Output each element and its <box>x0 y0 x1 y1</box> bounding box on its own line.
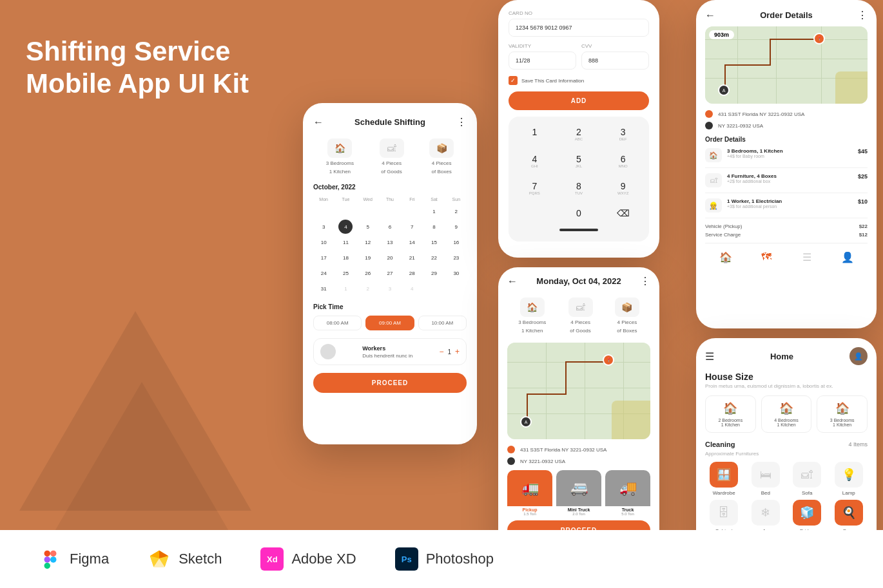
photoshop-label: Photoshop <box>426 551 494 567</box>
cleaning-count: 4 Items <box>848 441 868 448</box>
cvv-label: CVV <box>581 43 649 49</box>
validity-label: VALIDITY <box>509 43 576 49</box>
nav-list-icon[interactable]: ☰ <box>800 250 814 264</box>
tool-sketch: Sketch <box>148 547 222 571</box>
order-detail-section-title: Order Details <box>705 136 868 143</box>
pickup-address: 431 S3ST Florida NY 3221-0932 USA <box>507 446 650 453</box>
order-bedrooms: 🏠 3 Bedrooms 1 Kitchen <box>518 298 546 334</box>
hamburger-menu-icon[interactable]: ☰ <box>705 350 714 363</box>
time-1000[interactable]: 10:00 AM <box>418 316 467 330</box>
house-size-options: 🏠 2 Bedrooms 1 Kitchen 🏠 4 Bedrooms 1 Ki… <box>705 395 868 433</box>
more-options-icon[interactable]: ⋮ <box>456 116 467 128</box>
ps-icon: Ps <box>395 547 418 571</box>
addr-list-4: 431 S3ST Florida NY 3221-0932 USA NY 322… <box>705 110 868 129</box>
num-7[interactable]: 7PQRS <box>514 176 556 200</box>
pickup-addr-4: 431 S3ST Florida NY 3221-0932 USA <box>705 110 868 118</box>
num-delete[interactable]: ⌫ <box>602 203 644 223</box>
bottom-nav-4: 🏠 🗺 ☰ 👤 <box>705 243 868 264</box>
card-no-field[interactable]: 1234 5678 9012 0967 <box>509 19 649 37</box>
decrease-worker-btn[interactable]: − <box>439 347 443 356</box>
save-card-label: Save This Card Information <box>521 78 584 84</box>
num-6[interactable]: 6MNO <box>602 149 644 173</box>
service-charge-row: Service Charge $12 <box>705 232 868 238</box>
oven-icon: 🍳 <box>835 500 863 526</box>
dropoff-dot <box>507 457 515 465</box>
num-0[interactable]: 0 <box>558 203 600 223</box>
sketch-label: Sketch <box>179 551 222 567</box>
time-0800[interactable]: 08:00 AM <box>313 316 362 330</box>
order-boxes: 📦 4 Pieces of Boxes <box>615 298 639 334</box>
vehicle-mini-truck[interactable]: 🚐 Mini Truck 2.0 Ton <box>556 470 601 515</box>
truck-icon: 🚚 <box>605 470 650 506</box>
num-5[interactable]: 5JKL <box>558 149 600 173</box>
order-item-worker: 👷 1 Worker, 1 Electrician +3$ for additi… <box>705 198 868 218</box>
back-arrow-icon[interactable]: ← <box>313 117 324 128</box>
summary-bedrooms: 🏠 3 Bedrooms 1 Kitchen <box>326 138 354 175</box>
vehicle-pickup[interactable]: 🚛 Pickup 1.5 Ton <box>507 470 552 515</box>
figma-icon <box>39 547 62 571</box>
more-options-icon-4[interactable]: ⋮ <box>857 9 868 21</box>
pickup-addr-text: 431 S3ST Florida NY 3221-0932 USA <box>520 447 606 453</box>
bedroom-icon: 🏠 <box>327 138 352 158</box>
tool-photoshop: Ps Photoshop <box>395 547 494 571</box>
increase-worker-btn[interactable]: + <box>455 347 460 356</box>
clean-item-cabinet[interactable]: 🗄 Cabinet <box>705 500 743 534</box>
clean-item-ac[interactable]: ❄ Ac <box>747 500 785 534</box>
hs-option-4bed[interactable]: 🏠 4 Bedrooms 1 Kitchen <box>761 395 812 433</box>
save-card-row: ✓ Save This Card Information <box>509 76 649 85</box>
cabinet-icon: 🗄 <box>710 500 738 526</box>
num-2[interactable]: 2ABC <box>558 122 600 146</box>
worker-avatar <box>320 344 336 359</box>
more-options-icon-3[interactable]: ⋮ <box>640 275 650 287</box>
worker-detail-icon: 👷 <box>705 198 722 213</box>
svg-rect-3 <box>44 563 50 569</box>
hero-title: Shifting Service Mobile App UI Kit <box>26 35 249 100</box>
add-card-button[interactable]: ADD <box>509 91 649 110</box>
phone-order-map: ← Monday, Oct 04, 2022 ⋮ 🏠 3 Bedrooms 1 … <box>498 267 659 554</box>
hs-option-3bed[interactable]: 🏠 3 Bedrooms 1 Kitchen <box>817 395 868 433</box>
pickup-truck-icon: 🚛 <box>507 470 552 506</box>
clean-item-lamp[interactable]: 💡 Lamp <box>830 462 868 496</box>
num-8[interactable]: 8TUV <box>558 176 600 200</box>
boxes-icon: 📦 <box>429 138 454 158</box>
num-9[interactable]: 9WXYZ <box>602 176 644 200</box>
hero-text-block: Shifting Service Mobile App UI Kit <box>26 35 249 100</box>
save-card-checkbox[interactable]: ✓ <box>509 76 518 85</box>
nav-profile-icon[interactable]: 👤 <box>840 250 855 264</box>
back-arrow-icon-4[interactable]: ← <box>705 10 715 21</box>
svg-rect-0 <box>44 551 50 556</box>
dropoff-addr-text: NY 3221-0932 USA <box>520 459 565 464</box>
cvv-field[interactable]: 888 <box>581 52 649 70</box>
clean-item-bed[interactable]: 🛏 Bed <box>747 462 785 496</box>
num-3[interactable]: 3DEF <box>602 122 644 146</box>
vehicle-truck[interactable]: 🚚 Truck 5.0 Ton <box>605 470 650 515</box>
time-0900[interactable]: 09:00 AM <box>365 316 414 330</box>
mini-truck-icon: 🚐 <box>556 470 601 506</box>
clean-item-oven[interactable]: 🍳 Oven <box>830 500 868 534</box>
nav-map-icon[interactable]: 🗺 <box>759 250 773 264</box>
num-4[interactable]: 4GHI <box>514 149 556 173</box>
tool-xd: Xd Adobe XD <box>260 547 356 571</box>
order-goods: 🛋 4 Pieces of Goods <box>568 298 593 334</box>
numpad-grid: 1 2ABC 3DEF 4GHI 5JKL 6MNO 7PQRS 8TUV 9W… <box>514 122 644 223</box>
cleaning-section-header: Cleaning 4 Items <box>705 441 868 448</box>
num-1[interactable]: 1 <box>514 122 556 146</box>
bg-decoration-2 <box>52 382 232 536</box>
dropoff-address: NY 3221-0932 USA <box>507 457 650 465</box>
svg-rect-1 <box>50 551 56 556</box>
goods-icon: 🛋 <box>380 138 404 158</box>
back-arrow-icon-3[interactable]: ← <box>507 276 518 287</box>
hs-option-2bed[interactable]: 🏠 2 Bedrooms 1 Kitchen <box>705 395 756 433</box>
user-avatar[interactable]: 👤 <box>849 347 868 365</box>
nav-home-icon[interactable]: 🏠 <box>719 250 733 264</box>
validity-field[interactable]: 11/28 <box>509 52 576 70</box>
distance-badge-4: 903m <box>709 30 734 39</box>
home-header: ☰ Home 👤 <box>705 347 868 365</box>
clean-item-fridge[interactable]: 🧊 Fridge <box>788 500 826 534</box>
map-end-pin-4: 📍 <box>813 33 825 44</box>
sofa-icon: 🛋 <box>793 462 821 488</box>
clean-item-wardrobe[interactable]: 🪟 Wardrobe <box>705 462 743 496</box>
dropoff-addr-4: NY 3221-0932 USA <box>705 122 868 129</box>
proceed-button[interactable]: PROCEED <box>313 373 467 393</box>
clean-item-sofa[interactable]: 🛋 Sofa <box>788 462 826 496</box>
